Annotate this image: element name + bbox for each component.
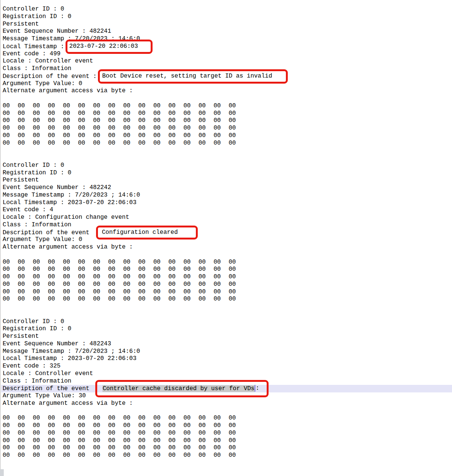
hex-byte: 00 bbox=[138, 273, 153, 281]
blank-line bbox=[3, 407, 452, 415]
hex-byte: 00 bbox=[214, 422, 229, 430]
hex-byte: 00 bbox=[18, 415, 33, 422]
locale-line: Locale : Configuration change event bbox=[3, 214, 452, 221]
description-value: Configuration cleared bbox=[102, 229, 178, 236]
hex-byte: 00 bbox=[168, 296, 183, 303]
hex-byte: 00 bbox=[123, 132, 138, 140]
hex-byte: 00 bbox=[183, 415, 199, 422]
local-timestamp-line: Local Timestamp : 2023-07-20 22:06:03 bbox=[3, 355, 452, 363]
description-label: Description of the event : bbox=[3, 73, 100, 80]
message-timestamp-line: Message Timestamp : 7/20/2023 ; 14:6:0 bbox=[3, 348, 452, 355]
hex-byte: 00 bbox=[63, 273, 78, 281]
description-line-highlighted: Description of the eventController cache… bbox=[1, 385, 452, 392]
registration-id-line: Registration ID : 0 bbox=[3, 325, 452, 333]
hex-byte: 00 bbox=[18, 259, 33, 266]
hex-byte: 00 bbox=[3, 296, 18, 303]
hex-byte: 00 bbox=[93, 288, 108, 296]
hex-byte: 00 bbox=[229, 452, 244, 459]
locale-line: Locale : Controller event bbox=[3, 370, 452, 378]
blank-lines bbox=[3, 303, 452, 318]
persistent-line: Persistent bbox=[3, 21, 452, 28]
annotation-box-local-timestamp: 2023-07-20 22:06:03 bbox=[66, 40, 153, 54]
hex-row: 00000000000000000000000000000000 bbox=[3, 117, 452, 125]
event-entry: Controller ID : 0 Registration ID : 0 Pe… bbox=[3, 318, 452, 459]
hex-byte: 00 bbox=[123, 288, 138, 296]
hex-byte: 00 bbox=[63, 422, 78, 430]
hex-byte: 00 bbox=[33, 452, 48, 459]
hex-byte: 00 bbox=[108, 296, 123, 303]
hex-dump: 0000000000000000000000000000000000000000… bbox=[3, 415, 452, 459]
hex-byte: 00 bbox=[183, 140, 199, 147]
event-code-line: Event code : 325 bbox=[3, 363, 452, 370]
registration-id-line: Registration ID : 0 bbox=[3, 169, 452, 177]
hex-byte: 00 bbox=[3, 430, 18, 437]
scrollbar-corner bbox=[0, 469, 4, 476]
hex-byte: 00 bbox=[63, 452, 78, 459]
hex-byte: 00 bbox=[93, 110, 108, 117]
hex-byte: 00 bbox=[33, 437, 48, 445]
hex-byte: 00 bbox=[93, 102, 108, 110]
description-suffix: : bbox=[256, 385, 260, 392]
hex-byte: 00 bbox=[78, 117, 93, 125]
hex-row: 00000000000000000000000000000000 bbox=[3, 132, 452, 140]
hex-byte: 00 bbox=[214, 266, 229, 273]
hex-byte: 00 bbox=[168, 110, 183, 117]
hex-byte: 00 bbox=[229, 430, 244, 437]
hex-byte: 00 bbox=[229, 273, 244, 281]
hex-byte: 00 bbox=[138, 117, 153, 125]
event-sequence-line: Event Sequence Number : 482243 bbox=[3, 340, 452, 348]
hex-byte: 00 bbox=[108, 273, 123, 281]
hex-byte: 00 bbox=[108, 259, 123, 266]
hex-row: 00000000000000000000000000000000 bbox=[3, 110, 452, 117]
hex-byte: 00 bbox=[48, 140, 63, 147]
hex-byte: 00 bbox=[48, 437, 63, 445]
hex-byte: 00 bbox=[33, 415, 48, 422]
hex-byte: 00 bbox=[153, 281, 168, 288]
hex-byte: 00 bbox=[214, 259, 229, 266]
hex-byte: 00 bbox=[108, 125, 123, 132]
hex-byte: 00 bbox=[229, 110, 244, 117]
hex-byte: 00 bbox=[108, 132, 123, 140]
hex-byte: 00 bbox=[138, 415, 153, 422]
hex-byte: 00 bbox=[108, 452, 123, 459]
hex-byte: 00 bbox=[48, 444, 63, 452]
hex-byte: 00 bbox=[33, 444, 48, 452]
hex-byte: 00 bbox=[108, 422, 123, 430]
hex-byte: 00 bbox=[183, 288, 199, 296]
controller-id-line: Controller ID : 0 bbox=[3, 162, 452, 169]
hex-byte: 00 bbox=[123, 415, 138, 422]
hex-byte: 00 bbox=[48, 296, 63, 303]
hex-byte: 00 bbox=[183, 266, 199, 273]
hex-byte: 00 bbox=[183, 281, 199, 288]
hex-byte: 00 bbox=[78, 281, 93, 288]
hex-row: 00000000000000000000000000000000 bbox=[3, 281, 452, 288]
hex-byte: 00 bbox=[153, 132, 168, 140]
hex-byte: 00 bbox=[18, 430, 33, 437]
hex-byte: 00 bbox=[214, 273, 229, 281]
event-entry: Controller ID : 0 Registration ID : 0 Pe… bbox=[3, 6, 452, 162]
hex-byte: 00 bbox=[93, 281, 108, 288]
hex-byte: 00 bbox=[123, 110, 138, 117]
hex-byte: 00 bbox=[93, 437, 108, 445]
hex-byte: 00 bbox=[3, 273, 18, 281]
blank-line bbox=[3, 251, 452, 259]
hex-byte: 00 bbox=[138, 430, 153, 437]
hex-byte: 00 bbox=[78, 444, 93, 452]
hex-byte: 00 bbox=[183, 273, 199, 281]
hex-byte: 00 bbox=[63, 430, 78, 437]
hex-byte: 00 bbox=[214, 430, 229, 437]
hex-byte: 00 bbox=[93, 444, 108, 452]
hex-byte: 00 bbox=[199, 422, 214, 430]
hex-byte: 00 bbox=[168, 273, 183, 281]
hex-byte: 00 bbox=[48, 288, 63, 296]
hex-byte: 00 bbox=[153, 102, 168, 110]
hex-byte: 00 bbox=[93, 296, 108, 303]
hex-byte: 00 bbox=[3, 110, 18, 117]
hex-byte: 00 bbox=[48, 266, 63, 273]
event-log-text[interactable]: Controller ID : 0 Registration ID : 0 Pe… bbox=[0, 0, 452, 459]
hex-byte: 00 bbox=[214, 444, 229, 452]
hex-byte: 00 bbox=[123, 444, 138, 452]
description-label: Description of the event bbox=[3, 386, 89, 392]
annotation-box-description: Boot Device reset, setting target ID as … bbox=[98, 69, 287, 84]
hex-byte: 00 bbox=[153, 430, 168, 437]
